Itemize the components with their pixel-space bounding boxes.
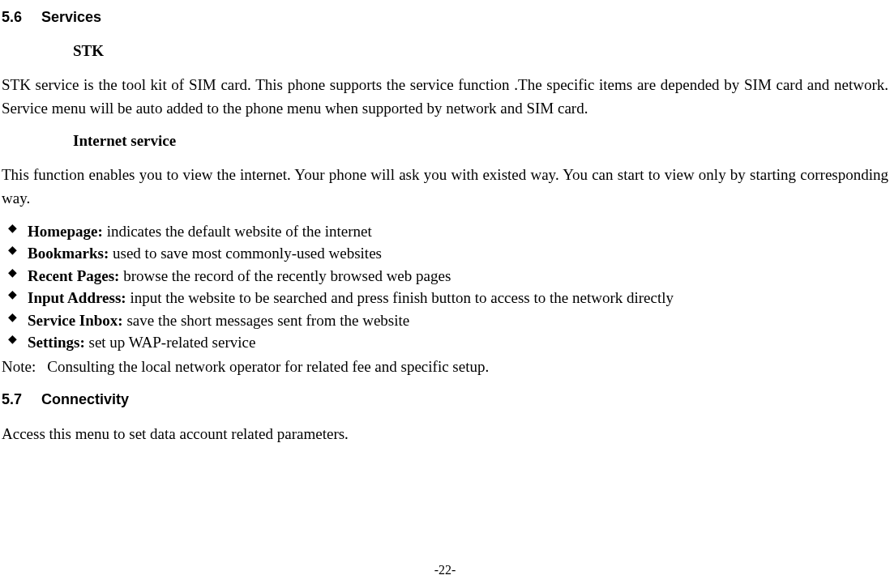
subheading-internet: Internet service [73, 130, 888, 153]
bullet-label: Service Inbox: [28, 312, 123, 329]
bullet-text: input the website to be searched and pre… [126, 289, 674, 306]
bullet-text: indicates the default website of the int… [103, 223, 372, 240]
note-line: Note:Consulting the local network operat… [2, 356, 888, 379]
section-title: Connectivity [41, 391, 129, 407]
list-item: Input Address: input the website to be s… [2, 287, 888, 309]
list-item: Service Inbox: save the short messages s… [2, 309, 888, 332]
list-item: Recent Pages: browse the record of the r… [2, 265, 888, 288]
note-label: Note: [2, 358, 36, 375]
paragraph-stk: STK service is the tool kit of SIM card.… [2, 73, 888, 121]
bullet-text: used to save most commonly-used websites [109, 245, 382, 262]
section-heading-5-6: 5.6Services [2, 6, 888, 28]
bullet-label: Homepage: [28, 223, 103, 240]
section-number: 5.7 [2, 389, 22, 411]
bullet-label: Input Address: [28, 289, 126, 306]
list-item: Bookmarks: used to save most commonly-us… [2, 242, 888, 265]
bullet-text: browse the record of the recently browse… [119, 267, 451, 284]
subheading-stk: STK [73, 40, 888, 63]
bullet-text: set up WAP-related service [85, 334, 256, 351]
bullet-list-internet: Homepage: indicates the default website … [2, 220, 888, 354]
page-number: -22- [0, 560, 890, 580]
list-item: Settings: set up WAP-related service [2, 331, 888, 354]
bullet-label: Bookmarks: [28, 245, 109, 262]
section-title: Services [41, 9, 101, 25]
list-item: Homepage: indicates the default website … [2, 220, 888, 243]
bullet-text: save the short messages sent from the we… [123, 312, 410, 329]
paragraph-internet: This function enables you to view the in… [2, 163, 888, 211]
note-text: Consulting the local network operator fo… [47, 358, 489, 375]
bullet-label: Settings: [28, 334, 85, 351]
bullet-label: Recent Pages: [28, 267, 119, 284]
paragraph-connectivity: Access this menu to set data account rel… [2, 422, 888, 445]
section-heading-5-7: 5.7Connectivity [2, 389, 888, 411]
section-number: 5.6 [2, 6, 22, 28]
